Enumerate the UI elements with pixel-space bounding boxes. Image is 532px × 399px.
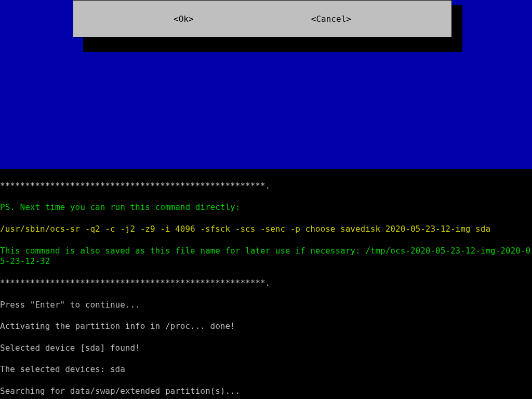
separator-line: ****************************************…: [0, 278, 532, 289]
terminal-line: Selected device [sda] found!: [0, 343, 532, 354]
terminal-line: PS. Next time you can run this command d…: [0, 202, 532, 213]
terminal-line: Press "Enter" to continue...: [0, 300, 532, 311]
terminal-line: /usr/sbin/ocs-sr -q2 -c -j2 -z9 -i 4096 …: [0, 224, 532, 235]
separator-line: ****************************************…: [0, 181, 532, 192]
ok-button[interactable]: <Ok>: [171, 14, 196, 25]
terminal-line: This command is also saved as this file …: [0, 246, 532, 268]
dialog-backdrop: <Ok> <Cancel>: [0, 0, 532, 169]
cancel-button[interactable]: <Cancel>: [309, 14, 353, 25]
terminal-line: Searching for data/swap/extended partiti…: [0, 386, 532, 397]
confirm-dialog: <Ok> <Cancel>: [73, 0, 452, 37]
terminal-output: ****************************************…: [0, 169, 532, 399]
terminal-line: The selected devices: sda: [0, 364, 532, 375]
dialog-button-row: <Ok> <Cancel>: [73, 14, 451, 25]
terminal-line: Activating the partition info in /proc..…: [0, 321, 532, 332]
